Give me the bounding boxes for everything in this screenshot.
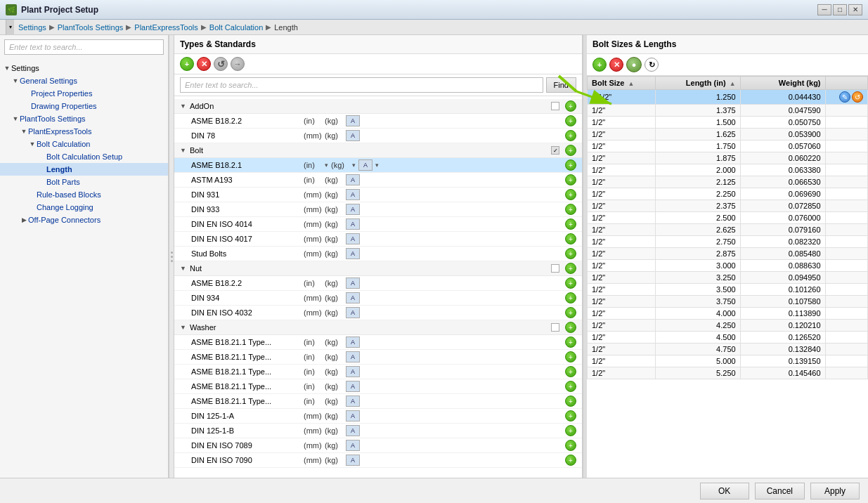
washer-add-btn[interactable]: + [565, 322, 576, 333]
table-row[interactable]: 1/2"4.2500.120210 [588, 320, 868, 332]
addon-din78-add-btn[interactable]: + [565, 130, 576, 141]
expand-bolt[interactable]: ▼ [180, 147, 188, 154]
close-button[interactable]: ✕ [848, 4, 862, 15]
expand-plantexpress[interactable]: ▼ [20, 127, 28, 136]
addon-asme-add-btn[interactable]: + [565, 115, 576, 126]
expand-washer[interactable]: ▼ [180, 324, 188, 331]
washer-din125b-row[interactable]: DIN 125-1-B (mm) (kg) A + [174, 424, 582, 438]
bolt-studbolts-row[interactable]: Stud Bolts (mm) (kg) A + [174, 247, 582, 261]
tree-item-drawing-props[interactable]: Drawing Properties [0, 100, 168, 112]
bolt-asme-unit2-dropdown[interactable]: ▾ [352, 162, 356, 169]
expand-offpage[interactable]: ▶ [20, 216, 28, 224]
washer-asme5-add[interactable]: + [565, 396, 576, 407]
minimize-button[interactable]: ─ [817, 4, 831, 15]
tree-item-planttools[interactable]: ▼ PlantTools Settings [0, 112, 168, 125]
table-row[interactable]: 1/2"4.7500.132840 [588, 344, 868, 355]
bolt-asme-icon[interactable]: A [358, 159, 373, 171]
addon-din78-icon[interactable]: A [346, 130, 360, 141]
addon-din78-row[interactable]: DIN 78 (mm) (kg) A + [174, 129, 582, 143]
table-row[interactable]: 1/2"4.5000.126520 [588, 332, 868, 344]
group-bolt-row[interactable]: ▼ Bolt ✓ + [174, 143, 582, 158]
diniso4014-add-btn[interactable]: + [565, 218, 576, 230]
left-search-input[interactable] [4, 39, 164, 55]
studbolts-add-btn[interactable]: + [565, 248, 576, 259]
washer-asme1-row[interactable]: ASME B18.21.1 Type... (in) (kg) A + [174, 335, 582, 350]
addon-asme-icon[interactable]: A [346, 115, 360, 126]
label-boltcalcsetup[interactable]: Bolt Calculation Setup [46, 152, 122, 161]
washer-asme5-row[interactable]: ASME B18.21.1 Type... (in) (kg) A + [174, 394, 582, 409]
bolt-asme-row[interactable]: ASME B18.2.1 (in) ▾ (kg) ▾ A ▾ + [174, 158, 582, 173]
table-row[interactable]: 1/2"1.3750.047590 [588, 105, 868, 117]
apply-button[interactable]: Apply [810, 483, 860, 499]
washer-asme3-row[interactable]: ASME B18.21.1 Type... (in) (kg) A + [174, 365, 582, 379]
label-drawing-props[interactable]: Drawing Properties [31, 102, 97, 110]
bolt-diniso4017-row[interactable]: DIN EN ISO 4017 (mm) (kg) A + [174, 232, 582, 247]
table-row[interactable]: 1/2"1.6250.053900 [588, 129, 868, 141]
tree-item-plantexpress[interactable]: ▼ PlantExpressTools [0, 125, 168, 138]
maximize-button[interactable]: □ [833, 4, 847, 15]
label-boltcalc[interactable]: Bolt Calculation [37, 140, 90, 148]
tree-item-boltcalc[interactable]: ▼ Bolt Calculation [0, 138, 168, 150]
nut-din934-row[interactable]: DIN 934 (mm) (kg) A + [174, 291, 582, 306]
table-row[interactable]: 1/2"5.2500.145460 [588, 367, 868, 379]
label-length[interactable]: Length [46, 165, 72, 174]
expand-boltcalc[interactable]: ▼ [28, 140, 37, 148]
table-row[interactable]: 1/2"5.0000.139150 [588, 355, 868, 367]
group-addon-row[interactable]: ▼ AddOn + [174, 99, 582, 114]
table-row[interactable]: 1/2"2.7500.082320 [588, 236, 868, 248]
right-eye-button[interactable]: ● [626, 57, 642, 72]
expand-general[interactable]: ▼ [11, 77, 20, 85]
tree-item-offpage[interactable]: ▶ Off-Page Connectors [0, 214, 168, 226]
nut-diniso4032-add-btn[interactable]: + [565, 307, 576, 318]
breadcrumb-boltcalc[interactable]: Bolt Calculation [209, 23, 263, 32]
diniso7089-add[interactable]: + [565, 440, 576, 451]
addon-add-btn[interactable]: + [565, 100, 576, 112]
bolt-din933-row[interactable]: DIN 933 (mm) (kg) A + [174, 202, 582, 217]
remove-standard-button[interactable]: ✕ [197, 57, 211, 71]
row-edit-btn[interactable]: ✎ [839, 91, 850, 103]
expand-addon[interactable]: ▼ [180, 103, 188, 110]
table-row[interactable]: 1/2"1.7500.057060 [588, 141, 868, 152]
table-row[interactable]: 1/2"2.5000.076000 [588, 212, 868, 224]
bolt-asme-unit1-dropdown[interactable]: ▾ [325, 162, 328, 169]
din125a-add[interactable]: + [565, 410, 576, 422]
washer-asme1-add[interactable]: + [565, 337, 576, 348]
bolt-astm-row[interactable]: ASTM A193 (in) (kg) A + [174, 173, 582, 188]
washer-asme4-row[interactable]: ASME B18.21.1 Type... (in) (kg) A + [174, 379, 582, 394]
diniso7090-add[interactable]: + [565, 455, 576, 466]
washer-din125a-row[interactable]: DIN 125-1-A (mm) (kg) A + [174, 409, 582, 424]
left-divider[interactable] [169, 35, 174, 478]
row-refresh-btn[interactable]: ↺ [852, 91, 863, 103]
table-row[interactable]: 1/2"4.0000.113890 [588, 308, 868, 320]
washer-asme3-add[interactable]: + [565, 366, 576, 377]
bolt-astm-add-btn[interactable]: + [565, 174, 576, 185]
table-row[interactable]: 1/2"2.6250.079160 [588, 224, 868, 236]
label-settings[interactable]: Settings [11, 64, 39, 72]
label-project-props[interactable]: Project Properties [31, 89, 92, 98]
table-row[interactable]: 1/2"3.5000.101260 [588, 284, 868, 296]
col-header-size[interactable]: Bolt Size ▲ [588, 77, 656, 90]
table-row[interactable]: 1/2"2.8750.085480 [588, 248, 868, 260]
breadcrumb-settings[interactable]: Settings [18, 23, 46, 32]
nut-add-btn[interactable]: + [565, 263, 576, 274]
add-standard-button[interactable]: + [180, 57, 194, 71]
tree-item-length[interactable]: Length [0, 163, 168, 176]
nut-checkbox[interactable] [551, 264, 559, 273]
ok-button[interactable]: OK [700, 483, 749, 499]
cancel-button[interactable]: Cancel [755, 483, 805, 499]
washer-asme2-add[interactable]: + [565, 351, 576, 362]
bolt-asme-icon-dropdown[interactable]: ▾ [375, 162, 379, 169]
bolt-asme-add-btn[interactable]: + [565, 159, 576, 171]
label-boltparts[interactable]: Bolt Parts [46, 178, 80, 186]
right-add-button[interactable]: + [592, 58, 607, 72]
expand-settings[interactable]: ▼ [3, 64, 11, 72]
table-row[interactable]: 1/2"2.2500.069690 [588, 188, 868, 200]
expand-nut[interactable]: ▼ [180, 265, 188, 272]
label-offpage[interactable]: Off-Page Connectors [28, 216, 101, 224]
breadcrumb-dropdown[interactable]: ▾ [6, 20, 14, 35]
diniso4017-add-btn[interactable]: + [565, 233, 576, 244]
col-header-length[interactable]: Length (in) ▲ [655, 77, 740, 90]
addon-asme-row[interactable]: ASME B18.2.2 (in) (kg) A + [174, 114, 582, 129]
nut-asme-row[interactable]: ASME B18.2.2 (in) (kg) A + [174, 276, 582, 291]
expand-planttools[interactable]: ▼ [11, 115, 20, 123]
